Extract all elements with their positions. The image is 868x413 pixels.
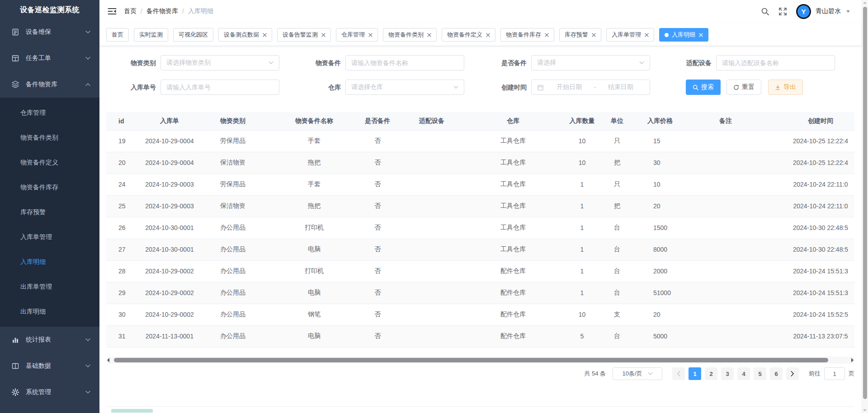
chevron-down-icon <box>639 61 644 65</box>
goto-label: 前往 <box>809 370 821 378</box>
sidebar-menu-item[interactable]: 系统管理 <box>0 379 99 405</box>
page-button-active[interactable]: 1 <box>689 367 701 380</box>
tab-close-icon[interactable] <box>545 33 549 37</box>
sidebar-submenu-item-active[interactable]: 入库明细 <box>0 249 99 274</box>
table-cell: 15 <box>631 130 689 152</box>
export-button[interactable]: 导出 <box>768 80 803 95</box>
horizontal-scrollbar[interactable] <box>106 357 854 364</box>
search-button[interactable]: 搜索 <box>686 80 721 95</box>
sidebar-submenu-item[interactable]: 物资备件类别 <box>0 125 99 150</box>
table-cell: 20 <box>106 152 145 174</box>
table-cell: 1 <box>561 195 604 217</box>
sidebar-menu-item[interactable]: 任务工单 <box>0 45 99 71</box>
prev-page-button[interactable] <box>672 367 685 380</box>
next-page-button[interactable] <box>786 367 799 380</box>
tab-item[interactable]: 实时监测 <box>134 28 168 42</box>
sidebar-submenu-item[interactable]: 入库单管理 <box>0 225 99 249</box>
start-date-placeholder[interactable]: 开始日期 <box>546 83 593 91</box>
user-menu[interactable]: Y 青山碧水 <box>796 4 850 19</box>
table-cell: 配件仓库 <box>466 325 561 347</box>
page-button[interactable]: 6 <box>770 367 783 380</box>
page-size-select[interactable]: 10条/页 <box>613 367 662 380</box>
tab-label: 库存预警 <box>565 31 588 39</box>
sidebar-submenu-item[interactable]: 库存预警 <box>0 200 99 225</box>
download-icon <box>775 84 781 90</box>
sidebar-menu-item[interactable]: 备件物资库 <box>0 71 99 98</box>
sidebar-submenu-item[interactable]: 物资备件库存 <box>0 175 99 200</box>
breadcrumb-separator: / <box>182 8 184 15</box>
table-cell: 办公用品 <box>194 282 271 304</box>
warehouse-select[interactable]: 请选择仓库 <box>345 80 464 95</box>
horizontal-scrollbar-thumb[interactable] <box>114 358 828 362</box>
table-cell <box>689 304 762 325</box>
sidebar-submenu-item[interactable]: 出库明细 <box>0 299 99 324</box>
sidebar-collapse-icon[interactable] <box>108 7 117 15</box>
table-cell: 否 <box>357 260 398 282</box>
tab-close-icon[interactable] <box>486 33 490 37</box>
table-row: 292024-10-29-0002办公用品电脑否配件仓库1台510002024-… <box>106 282 854 304</box>
tab-item[interactable]: 库存预警 <box>559 28 601 42</box>
fullscreen-icon[interactable] <box>778 7 787 16</box>
table-cell: 2024-10-29-0002 <box>145 304 194 325</box>
end-date-placeholder[interactable]: 结束日期 <box>597 83 644 91</box>
tab-item[interactable]: 仓库管理 <box>336 28 378 42</box>
sidebar-menu-label: 设备维保 <box>26 28 51 36</box>
reset-button[interactable]: 重置 <box>726 80 761 95</box>
scroll-left-arrow-icon[interactable] <box>107 358 109 362</box>
scroll-up-arrow-icon[interactable] <box>863 2 867 4</box>
table-cell: 28 <box>106 260 145 282</box>
tab-active[interactable]: 入库明细 <box>659 28 708 42</box>
search-icon[interactable] <box>761 7 769 16</box>
sidebar-menu-item[interactable]: 设备维保 <box>0 19 99 45</box>
sidebar-menu-item[interactable]: 基础数据 <box>0 353 99 379</box>
tab-close-icon[interactable] <box>321 33 326 37</box>
sidebar-submenu-item[interactable]: 出库单管理 <box>0 274 99 299</box>
tab-item[interactable]: 设备告警监测 <box>277 28 331 42</box>
scroll-down-arrow-icon[interactable] <box>863 409 867 411</box>
material-category-select[interactable]: 请选择物资类别 <box>160 55 279 70</box>
adapted-device-input[interactable] <box>716 55 835 70</box>
tab-close-icon[interactable] <box>368 33 373 37</box>
vertical-scrollbar-thumb[interactable] <box>863 7 867 399</box>
tab-item[interactable]: 可视化园区 <box>173 28 213 42</box>
material-part-input[interactable] <box>345 55 464 70</box>
breadcrumb-home[interactable]: 首页 <box>124 7 137 15</box>
tab-close-icon[interactable] <box>592 33 596 37</box>
tab-close-icon[interactable] <box>645 33 649 37</box>
tab-item[interactable]: 设备测点数据 <box>218 28 272 42</box>
is-spare-select[interactable]: 请选择 <box>531 55 650 70</box>
chevron-down-icon <box>453 85 458 89</box>
tab-close-icon[interactable] <box>427 33 431 37</box>
table-cell: 工具仓库 <box>466 174 561 195</box>
tab-item[interactable]: 首页 <box>106 28 129 42</box>
page-jump-input[interactable] <box>824 367 845 380</box>
scroll-right-arrow-icon[interactable] <box>851 358 854 362</box>
table-cell: 配件仓库 <box>466 282 561 304</box>
tab-close-icon[interactable] <box>263 33 267 37</box>
table-header-cell: 单位 <box>604 112 631 130</box>
table-cell: 工具仓库 <box>466 195 561 217</box>
breadcrumb-parent[interactable]: 备件物资库 <box>146 7 178 15</box>
tab-close-icon[interactable] <box>699 33 703 37</box>
filter-label: 入库单号 <box>102 80 160 95</box>
page-button[interactable]: 2 <box>705 367 717 380</box>
date-separator: - <box>593 84 597 91</box>
page-button[interactable]: 4 <box>737 367 750 380</box>
inbound-no-input[interactable] <box>160 80 279 95</box>
table-cell: 2024-11-13-0001 <box>145 325 194 347</box>
table-cell: 2024-10-30 22:48:5 <box>762 217 854 239</box>
date-range-picker[interactable]: 开始日期 - 结束日期 <box>531 80 650 95</box>
table-cell <box>689 325 762 347</box>
sidebar-menu-label: 统计报表 <box>26 336 51 344</box>
sidebar-submenu-item[interactable]: 仓库管理 <box>0 100 99 125</box>
sidebar-menu-item[interactable]: 统计报表 <box>0 327 99 353</box>
vertical-scrollbar[interactable] <box>862 0 868 413</box>
tab-item[interactable]: 入库单管理 <box>606 28 654 42</box>
tab-item[interactable]: 物资备件类别 <box>383 28 437 42</box>
page-button[interactable]: 5 <box>754 367 766 380</box>
tab-item[interactable]: 物资备件定义 <box>442 28 495 42</box>
tab-item[interactable]: 物资备件库存 <box>500 28 554 42</box>
page-button[interactable]: 3 <box>721 367 734 380</box>
table-cell: 2024-10-25 12:22:4 <box>762 152 854 174</box>
sidebar-submenu-item[interactable]: 物资备件定义 <box>0 150 99 175</box>
